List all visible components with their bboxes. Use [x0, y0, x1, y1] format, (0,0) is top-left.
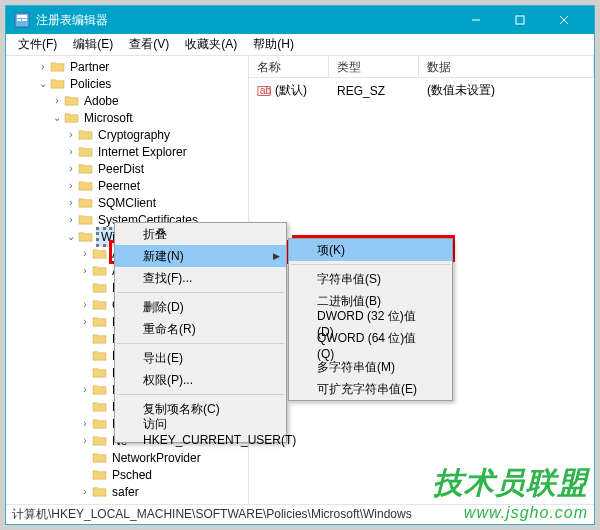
cm-collapse[interactable]: 折叠 [115, 223, 286, 245]
col-type[interactable]: 类型 [329, 56, 419, 77]
menu-help[interactable]: 帮助(H) [245, 34, 302, 55]
folder-icon [92, 264, 107, 277]
folder-icon [64, 111, 79, 124]
tree-node-psched[interactable]: Psched [110, 468, 154, 482]
chevron-right-icon[interactable]: › [78, 265, 92, 276]
chevron-right-icon[interactable]: › [64, 129, 78, 140]
menu-file[interactable]: 文件(F) [10, 34, 65, 55]
chevron-right-icon: ▶ [273, 251, 280, 261]
folder-icon [78, 213, 93, 226]
chevron-down-icon[interactable]: ⌄ [50, 112, 64, 123]
col-name[interactable]: 名称 [249, 56, 329, 77]
tree-node-adobe[interactable]: Adobe [82, 94, 121, 108]
cm-find[interactable]: 查找(F)... [115, 267, 286, 289]
separator [117, 343, 284, 344]
folder-icon [64, 94, 79, 107]
chevron-right-icon[interactable]: › [78, 418, 92, 429]
tree-node-cryptography[interactable]: Cryptography [96, 128, 172, 142]
regedit-icon [14, 12, 30, 28]
folder-icon [92, 451, 107, 464]
chevron-right-icon[interactable]: › [78, 435, 92, 446]
folder-icon [78, 128, 93, 141]
separator [117, 292, 284, 293]
chevron-right-icon[interactable]: › [64, 146, 78, 157]
folder-icon [78, 145, 93, 158]
tree-node-scheddiag[interactable]: ScheduledDiagnostics [110, 502, 233, 505]
cm-new[interactable]: 新建(N)▶ [115, 245, 286, 267]
chevron-down-icon[interactable]: ⌄ [64, 231, 78, 242]
chevron-right-icon[interactable]: › [64, 197, 78, 208]
menubar: 文件(F) 编辑(E) 查看(V) 收藏夹(A) 帮助(H) [6, 34, 594, 56]
col-data[interactable]: 数据 [419, 56, 594, 77]
cell-name: (默认) [275, 82, 307, 99]
cm-export[interactable]: 导出(E) [115, 347, 286, 369]
tree-node-peernet[interactable]: Peernet [96, 179, 142, 193]
sm-key[interactable]: 项(K) [289, 239, 452, 261]
chevron-right-icon[interactable]: › [64, 214, 78, 225]
chevron-right-icon[interactable]: › [78, 299, 92, 310]
cell-type: REG_SZ [337, 84, 385, 98]
menu-favorites[interactable]: 收藏夹(A) [177, 34, 245, 55]
tree-node-partner[interactable]: Partner [68, 60, 111, 74]
folder-icon [92, 281, 107, 294]
folder-icon [92, 468, 107, 481]
menu-edit[interactable]: 编辑(E) [65, 34, 121, 55]
cm-rename[interactable]: 重命名(R) [115, 318, 286, 340]
folder-icon [78, 230, 93, 243]
chevron-down-icon[interactable]: ⌄ [36, 78, 50, 89]
folder-icon [92, 434, 107, 447]
chevron-right-icon[interactable]: › [50, 95, 64, 106]
folder-icon [78, 179, 93, 192]
tree-node-ie[interactable]: Internet Explorer [96, 145, 189, 159]
chevron-right-icon[interactable]: › [78, 486, 92, 497]
statusbar: 计算机\HKEY_LOCAL_MACHINE\SOFTWARE\Policies… [6, 504, 594, 524]
close-button[interactable] [542, 6, 586, 34]
tree-node-sqm[interactable]: SQMClient [96, 196, 158, 210]
tree-node-safer[interactable]: safer [110, 485, 141, 499]
folder-icon [92, 247, 107, 260]
folder-icon [92, 417, 107, 430]
list-row[interactable]: (默认) REG_SZ (数值未设置) [249, 78, 594, 103]
cm-permissions[interactable]: 权限(P)... [115, 369, 286, 391]
folder-icon [50, 60, 65, 73]
cm-goto[interactable]: 访问 HKEY_CURRENT_USER(T) [115, 420, 286, 442]
sm-multistring[interactable]: 多字符串值(M) [289, 356, 452, 378]
minimize-button[interactable] [454, 6, 498, 34]
sm-qword[interactable]: QWORD (64 位)值(Q) [289, 334, 452, 356]
separator [291, 264, 450, 265]
tree-node-microsoft[interactable]: Microsoft [82, 111, 135, 125]
svg-rect-7 [516, 16, 524, 24]
maximize-button[interactable] [498, 6, 542, 34]
folder-icon [92, 485, 107, 498]
chevron-right-icon[interactable]: › [36, 61, 50, 72]
folder-icon [92, 400, 107, 413]
tree-node-netprov[interactable]: NetworkProvider [110, 451, 203, 465]
list-header: 名称 类型 数据 [249, 56, 594, 78]
chevron-right-icon[interactable]: › [78, 384, 92, 395]
chevron-right-icon[interactable]: › [64, 163, 78, 174]
menu-view[interactable]: 查看(V) [121, 34, 177, 55]
titlebar: 注册表编辑器 [6, 6, 594, 34]
folder-icon [92, 502, 107, 504]
context-menu: 折叠 新建(N)▶ 查找(F)... 删除(D) 重命名(R) 导出(E) 权限… [114, 222, 287, 443]
cell-data: (数值未设置) [427, 82, 495, 99]
separator [117, 394, 284, 395]
sm-expandstring[interactable]: 可扩充字符串值(E) [289, 378, 452, 400]
folder-icon [92, 366, 107, 379]
sm-string[interactable]: 字符串值(S) [289, 268, 452, 290]
folder-icon [92, 349, 107, 362]
tree-node-policies[interactable]: Policies [68, 77, 113, 91]
chevron-right-icon[interactable]: › [78, 248, 92, 259]
chevron-right-icon[interactable]: › [78, 316, 92, 327]
window-title: 注册表编辑器 [36, 12, 454, 29]
folder-icon [92, 332, 107, 345]
string-value-icon [257, 84, 271, 98]
folder-icon [50, 77, 65, 90]
status-path: 计算机\HKEY_LOCAL_MACHINE\SOFTWARE\Policies… [12, 506, 412, 523]
folder-icon [92, 298, 107, 311]
folder-icon [78, 196, 93, 209]
tree-node-peerdist[interactable]: PeerDist [96, 162, 146, 176]
chevron-right-icon[interactable]: › [64, 180, 78, 191]
submenu-new: 项(K) 字符串值(S) 二进制值(B) DWORD (32 位)值(D) QW… [288, 238, 453, 401]
cm-delete[interactable]: 删除(D) [115, 296, 286, 318]
